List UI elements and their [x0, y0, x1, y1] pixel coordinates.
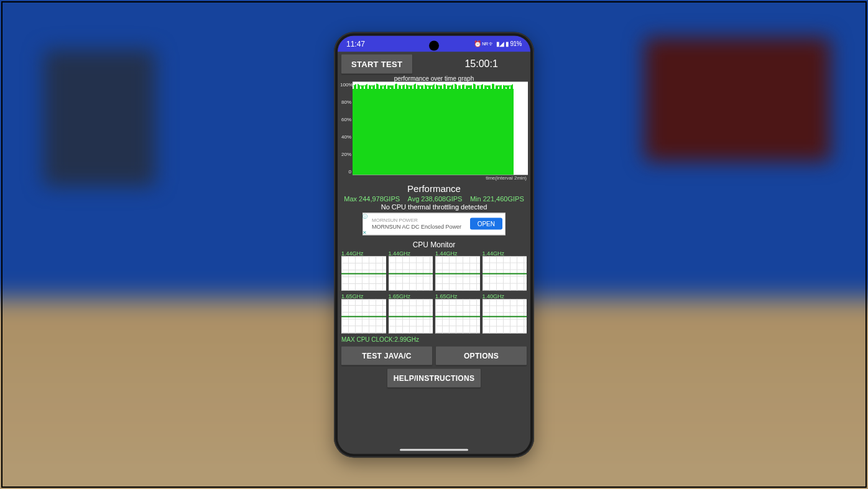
options-button[interactable]: OPTIONS — [436, 346, 527, 365]
core-line — [435, 273, 480, 275]
core-line — [389, 273, 433, 275]
bottom-buttons: TEST JAVA/C OPTIONS HELP/INSTRUCTIONS — [338, 342, 530, 391]
graph-fill — [353, 85, 514, 175]
graph-title: performance over time graph — [338, 75, 530, 81]
core-line — [482, 273, 527, 275]
y-tick: 0 — [340, 169, 351, 175]
phone-frame: 11:47 ⏰ NR ᯤ ▮◢ ▮ 91% START TEST 15:00:1… — [334, 32, 534, 457]
nr-icon: NR — [482, 42, 487, 46]
core-line — [341, 273, 386, 275]
y-tick: 20% — [340, 152, 351, 157]
signal-icon: ▮◢ — [496, 40, 504, 47]
ad-open-button[interactable]: OPEN — [470, 218, 502, 230]
battery-icon: ▮ — [506, 40, 509, 47]
alarm-icon: ⏰ — [474, 40, 481, 47]
stat-max: Max 244,978GIPS — [344, 194, 400, 202]
y-tick: 100% — [340, 81, 351, 87]
core-graph — [482, 299, 527, 333]
ad-text: MORNSUN POWER MORNSUN AC DC Enclosed Pow… — [366, 217, 468, 230]
core-line — [482, 316, 527, 318]
graph-canvas — [353, 81, 528, 175]
core-graph — [341, 299, 386, 333]
core-freq: 1.44GHz — [482, 250, 527, 256]
status-time: 11:47 — [346, 39, 365, 48]
core-freq: 1.65GHz — [435, 293, 480, 299]
core-freq: 1.44GHz — [435, 250, 480, 256]
core-freq: 1.40GHz — [482, 293, 527, 299]
ad-info-icon[interactable]: ⓘ — [362, 213, 367, 219]
camera-notch — [429, 40, 439, 50]
wifi-icon: ᯤ — [489, 40, 495, 47]
cpu-core: 1.65GHz — [389, 293, 433, 333]
home-indicator[interactable] — [400, 449, 468, 450]
core-graph — [341, 256, 386, 290]
cpu-core: 1.44GHz — [341, 250, 386, 290]
core-graph — [435, 299, 480, 333]
battery-percent: 91% — [510, 40, 522, 47]
app-body: START TEST 15:00:1 performance over time… — [338, 52, 530, 454]
stat-min: Min 221,460GIPS — [470, 194, 524, 202]
start-test-button[interactable]: START TEST — [341, 54, 412, 73]
cpu-cores-grid: 1.44GHz 1.44GHz 1.44GHz 1.44GHz 1.65GHz — [338, 249, 530, 334]
phone-screen: 11:47 ⏰ NR ᯤ ▮◢ ▮ 91% START TEST 15:00:1… — [338, 35, 530, 454]
core-freq: 1.65GHz — [389, 293, 433, 299]
performance-title: Performance — [338, 183, 530, 193]
ad-line1: MORNSUN POWER — [372, 217, 468, 224]
cpu-core: 1.65GHz — [341, 293, 386, 333]
cpu-core: 1.40GHz — [482, 293, 527, 333]
test-java-c-button[interactable]: TEST JAVA/C — [341, 346, 432, 365]
core-freq: 1.44GHz — [341, 250, 386, 256]
core-graph — [389, 299, 433, 333]
stat-avg: Avg 238,608GIPS — [408, 194, 463, 202]
cpu-core: 1.44GHz — [482, 250, 527, 290]
help-button[interactable]: HELP/INSTRUCTIONS — [387, 368, 481, 387]
cpu-monitor-title: CPU Monitor — [338, 240, 530, 249]
ad-close-icon[interactable]: ✕ — [362, 229, 367, 235]
core-freq: 1.65GHz — [341, 293, 386, 299]
cpu-core: 1.44GHz — [435, 250, 480, 290]
core-graph — [482, 256, 527, 290]
ad-banner[interactable]: ⓘ ✕ MORNSUN POWER MORNSUN AC DC Enclosed… — [362, 213, 506, 235]
ad-line2: MORNSUN AC DC Enclosed Power — [372, 223, 468, 230]
cpu-core: 1.44GHz — [389, 250, 433, 290]
core-freq: 1.44GHz — [389, 250, 433, 256]
y-tick: 40% — [340, 134, 351, 140]
core-graph — [389, 256, 433, 290]
core-line — [341, 316, 386, 318]
cpu-core: 1.65GHz — [435, 293, 480, 333]
performance-stats: Max 244,978GIPS Avg 238,608GIPS Min 221,… — [338, 194, 530, 202]
max-cpu-clock: MAX CPU CLOCK:2.99GHz — [338, 336, 530, 342]
core-graph — [435, 256, 480, 290]
y-tick: 60% — [340, 116, 351, 122]
core-line — [435, 316, 480, 318]
y-axis: 100% 80% 60% 40% 20% 0 — [340, 81, 353, 175]
timer-display: 15:00:1 — [436, 58, 527, 70]
x-axis-label: time(interval 2min) — [338, 175, 530, 180]
core-line — [389, 316, 433, 318]
throttle-message: No CPU thermal throttling detected — [338, 203, 530, 210]
performance-graph: 100% 80% 60% 40% 20% 0 — [338, 81, 530, 175]
status-icons: ⏰ NR ᯤ ▮◢ ▮ 91% — [474, 40, 522, 47]
top-row: START TEST 15:00:1 — [338, 52, 530, 76]
y-tick: 80% — [340, 99, 351, 104]
